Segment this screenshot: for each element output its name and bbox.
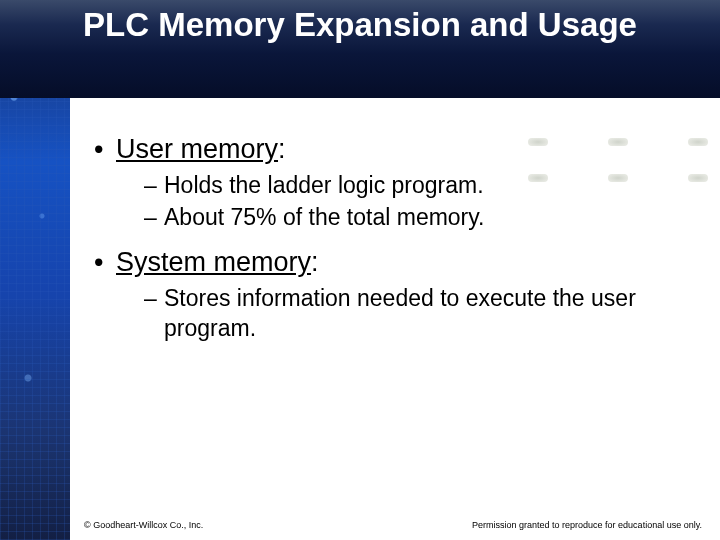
dot-icon [688,138,708,146]
sub-text: Stores information needed to execute the… [164,284,720,344]
dot-icon [528,174,548,182]
bullet-term: User memory [116,134,278,164]
list-item: – About 75% of the total memory. [144,203,720,233]
footer-left: © Goodheart-Willcox Co., Inc. [84,520,203,530]
list-item: • System memory: – Stores information ne… [94,247,720,344]
footer-right: Permission granted to reproduce for educ… [472,520,702,530]
dash-marker: – [144,171,164,201]
bullet-list: • User memory: – Holds the ladder logic … [94,134,720,344]
sub-list: – Stores information needed to execute t… [144,284,720,344]
sub-text: About 75% of the total memory. [164,203,484,233]
bullet-suffix: : [311,247,319,277]
slide-title: PLC Memory Expansion and Usage [0,0,720,44]
sub-text: Holds the ladder logic program. [164,171,484,201]
dot-icon [528,138,548,146]
dash-marker: – [144,203,164,233]
bullet-suffix: : [278,134,286,164]
bullet-term: System memory [116,247,311,277]
bullet-marker: • [94,134,116,165]
bullet-row: • System memory: [94,247,720,278]
footer: © Goodheart-Willcox Co., Inc. Permission… [70,520,710,530]
dot-icon [688,174,708,182]
decorative-dots-top [528,138,708,146]
bullet-marker: • [94,247,116,278]
dash-marker: – [144,284,164,314]
decorative-dots-bottom [528,174,708,182]
list-item: • User memory: – Holds the ladder logic … [94,134,720,233]
slide-body: • User memory: – Holds the ladder logic … [70,98,720,498]
dot-icon [608,138,628,146]
dot-icon [608,174,628,182]
title-band: PLC Memory Expansion and Usage [0,0,720,98]
list-item: – Stores information needed to execute t… [144,284,720,344]
